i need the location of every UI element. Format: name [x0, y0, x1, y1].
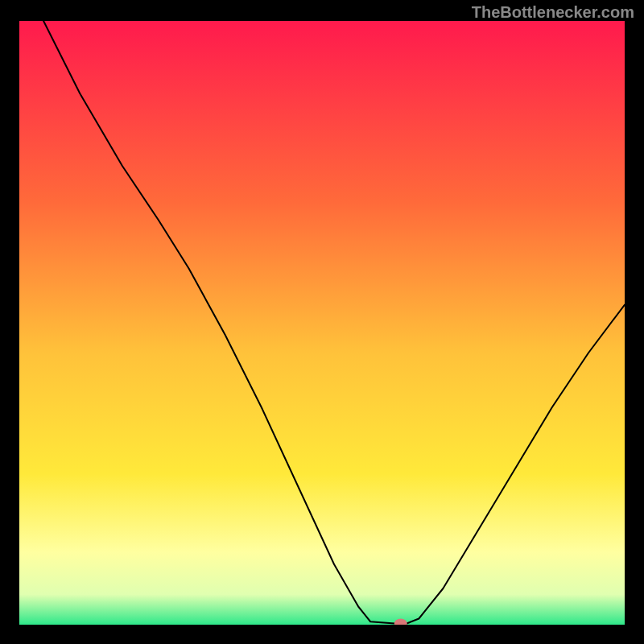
chart-container: TheBottlenecker.com: [0, 0, 644, 644]
watermark-text: TheBottlenecker.com: [472, 3, 634, 22]
plot-area: [19, 21, 625, 625]
chart-svg: [19, 21, 625, 625]
gradient-background: [19, 21, 625, 625]
